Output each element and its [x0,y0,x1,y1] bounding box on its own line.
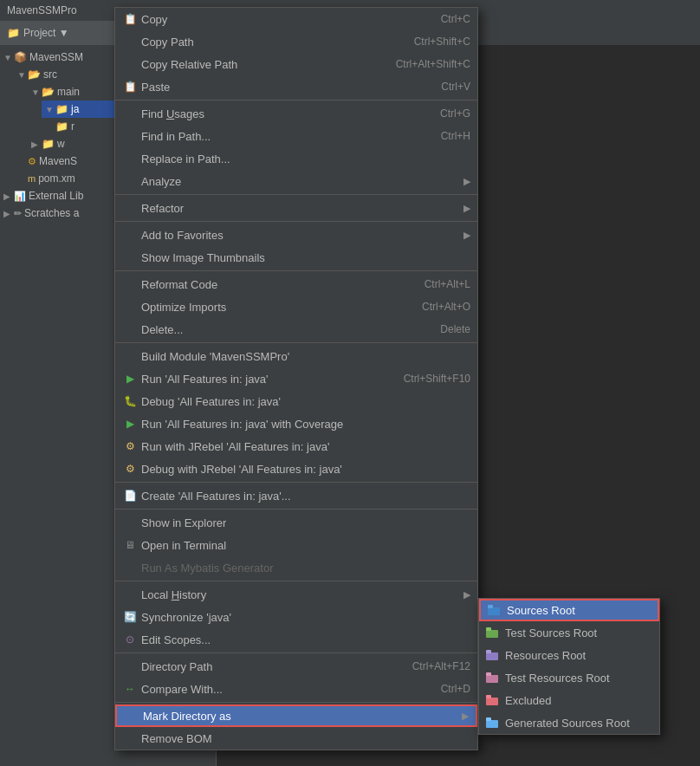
menu-item-run-coverage[interactable]: ▶ Run 'All Features in: java' with Cover… [115,412,477,435]
expand-arrow: ▶ [3,192,14,201]
svg-rect-1 [488,605,493,608]
submenu-label-resources: Resources Root [505,649,586,662]
menu-label-compare-with: Compare With... [141,683,424,696]
menu-label-replace-in-path: Replace in Path... [141,153,470,166]
menu-label-paste: Paste [141,81,424,94]
menu-item-mark-directory[interactable]: Mark Directory as ▶ [115,704,477,727]
menu-item-find-in-path[interactable]: Find in Path... Ctrl+H [115,125,477,147]
menu-label-synchronize: Synchronize 'java' [141,611,470,624]
menu-label-open-terminal: Open in Terminal [141,539,470,552]
generated-icon [486,717,500,728]
run-icon: ▶ [122,373,138,385]
terminal-icon: 🖥 [122,539,138,551]
compare-icon: ↔ [122,683,138,695]
mark-directory-submenu: Sources Root Test Sources Root Resources… [478,598,660,735]
svg-rect-8 [486,698,498,705]
menu-item-add-favorites[interactable]: Add to Favorites ▶ [115,224,477,246]
separator-9 [115,652,477,653]
menu-label-refactor: Refactor [141,202,457,215]
analyze-arrow: ▶ [463,176,470,187]
submenu-item-test-sources[interactable]: Test Sources Root [479,621,659,644]
sources-root-icon [488,605,502,615]
library-icon: 📊 [14,191,26,202]
menu-item-debug-all[interactable]: 🐛 Debug 'All Features in: java' [115,390,477,412]
tree-label: MavenSSM [29,51,83,63]
menu-label-show-thumbnails: Show Image Thumbnails [141,251,470,264]
submenu-item-resources[interactable]: Resources Root [479,644,659,666]
tree-label: w [57,138,65,150]
menu-item-edit-scopes[interactable]: ⊙ Edit Scopes... [115,628,477,651]
menu-label-local-history: Local History [141,588,457,601]
menu-item-paste[interactable]: 📋 Paste Ctrl+V [115,75,477,98]
menu-item-reformat[interactable]: Reformat Code Ctrl+Alt+L [115,273,477,295]
submenu-item-sources-root[interactable]: Sources Root [479,599,659,621]
menu-shortcut-copy: Ctrl+C [441,13,470,25]
separator-6 [115,482,477,483]
menu-item-open-terminal[interactable]: 🖥 Open in Terminal [115,534,477,556]
svg-rect-10 [486,720,498,728]
menu-label-directory-path: Directory Path [141,660,395,673]
mark-dir-arrow: ▶ [462,711,469,722]
menu-item-show-explorer[interactable]: Show in Explorer [115,511,477,534]
menu-item-copy-relative[interactable]: Copy Relative Path Ctrl+Alt+Shift+C [115,53,477,75]
menu-label-optimize: Optimize Imports [141,301,405,314]
copy-icon: 📋 [122,13,138,25]
menu-shortcut-delete: Delete [440,323,470,335]
menu-item-remove-bom[interactable]: Remove BOM [115,727,477,750]
menu-shortcut-reformat: Ctrl+Alt+L [425,278,470,290]
menu-item-synchronize[interactable]: 🔄 Synchronize 'java' [115,606,477,628]
tree-label: MavenS [39,155,77,167]
menu-item-copy-path[interactable]: Copy Path Ctrl+Shift+C [115,30,477,53]
menu-label-run-coverage: Run 'All Features in: java' with Coverag… [141,418,470,431]
separator-7 [115,509,477,510]
submenu-item-test-resources[interactable]: Test Resources Root [479,666,659,689]
submenu-item-excluded[interactable]: Excluded [479,689,659,711]
svg-rect-5 [486,650,491,653]
scratches-icon: ✏ [14,208,22,219]
sidebar-header-label: Project ▼ [23,27,69,39]
menu-item-run-jrebel[interactable]: ⚙ Run with JRebel 'All Features in: java… [115,435,477,458]
create-icon: 📄 [122,490,138,502]
menu-label-run-jrebel: Run with JRebel 'All Features in: java' [141,440,470,453]
menu-item-directory-path[interactable]: Directory Path Ctrl+Alt+F12 [115,655,477,678]
tree-label: pom.xm [38,172,75,185]
submenu-label-excluded: Excluded [505,694,551,707]
menu-item-delete[interactable]: Delete... Delete [115,318,477,341]
expand-arrow: ▼ [45,105,55,114]
svg-rect-11 [486,717,491,721]
menu-item-optimize[interactable]: Optimize Imports Ctrl+Alt+O [115,295,477,318]
menu-shortcut-paste: Ctrl+V [441,81,470,93]
svg-rect-2 [486,630,498,638]
menu-item-debug-jrebel[interactable]: ⚙ Debug with JRebel 'All Features in: ja… [115,458,477,480]
menu-label-copy-relative: Copy Relative Path [141,58,379,71]
menu-item-analyze[interactable]: Analyze ▶ [115,170,477,192]
menu-label-debug-jrebel: Debug with JRebel 'All Features in: java… [141,463,470,476]
scopes-icon: ⊙ [122,633,138,646]
menu-label-mark-directory: Mark Directory as [143,710,455,723]
menu-item-copy[interactable]: 📋 Copy Ctrl+C [115,8,477,30]
menu-item-create-all[interactable]: 📄 Create 'All Features in: java'... [115,484,477,507]
svg-rect-9 [486,695,491,698]
run-coverage-icon: ▶ [122,418,138,430]
menu-item-refactor[interactable]: Refactor ▶ [115,197,477,219]
menu-item-local-history[interactable]: Local History ▶ [115,583,477,606]
svg-rect-6 [486,675,498,683]
menu-label-find-usages: Find Usages [141,107,423,120]
tree-label: main [57,86,80,98]
xml-icon: m [28,173,36,184]
menu-item-run-all[interactable]: ▶ Run 'All Features in: java' Ctrl+Shift… [115,367,477,390]
menu-item-replace-in-path[interactable]: Replace in Path... [115,147,477,170]
menu-label-show-explorer: Show in Explorer [141,516,470,529]
menu-item-build-module[interactable]: Build Module 'MavenSSMPro' [115,345,477,367]
main-folder-icon: 📂 [42,86,55,98]
menu-item-compare-with[interactable]: ↔ Compare With... Ctrl+D [115,678,477,700]
menu-item-show-thumbnails[interactable]: Show Image Thumbnails [115,246,477,269]
submenu-item-generated[interactable]: Generated Sources Root [479,711,659,734]
expand-arrow: ▼ [31,88,42,97]
menu-shortcut-run-all: Ctrl+Shift+F10 [404,373,470,385]
menu-label-edit-scopes: Edit Scopes... [141,633,470,646]
menu-label-mybatis: Run As Mybatis Generator [141,562,470,574]
menu-item-find-usages[interactable]: Find Usages Ctrl+G [115,102,477,125]
menu-shortcut-dir-path: Ctrl+Alt+F12 [412,660,470,672]
menu-label-analyze: Analyze [141,175,457,188]
